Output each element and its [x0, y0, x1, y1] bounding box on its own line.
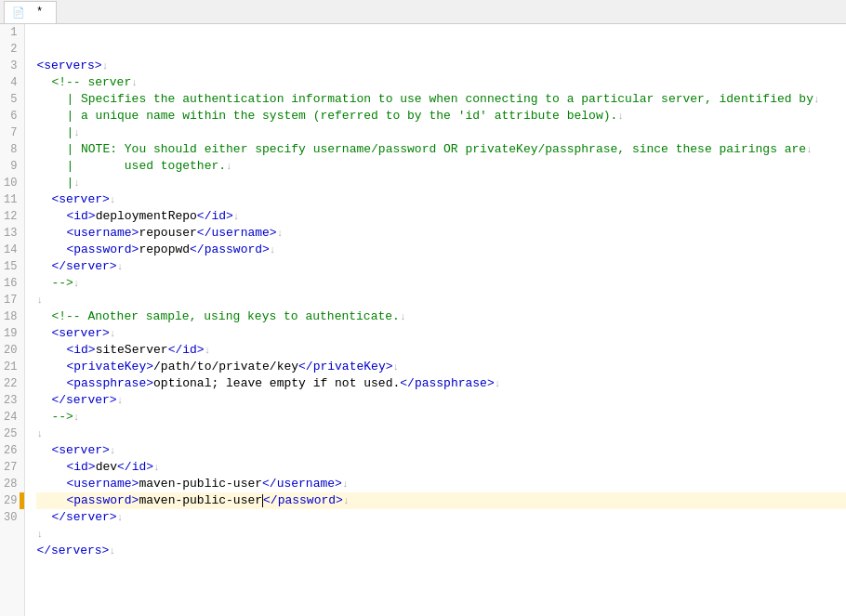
code-line-2: <!-- server↓	[36, 74, 846, 91]
code-line-23: ↓	[36, 426, 846, 442]
code-line-12: <password>repopwd</password>↓	[36, 242, 846, 258]
line-number-20: 20	[4, 342, 17, 359]
line-number-21: 21	[4, 359, 17, 375]
code-line-21: </server>↓	[36, 392, 846, 409]
line-number-13: 13	[4, 225, 17, 242]
tab-settings-xml[interactable]: 📄 *	[4, 1, 57, 23]
code-line-4: | a unique name within the system (refer…	[36, 108, 846, 125]
file-icon: 📄	[12, 7, 25, 19]
line-number-4: 4	[4, 74, 17, 91]
code-line-11: <username>repouser</username>↓	[36, 225, 846, 242]
code-line-18: <id>siteServer</id>↓	[36, 342, 846, 359]
line-number-29: 29	[4, 492, 17, 509]
line-number-18: 18	[4, 308, 17, 325]
code-line-26: <username>maven-public-user</username>↓	[36, 476, 846, 492]
line-number-8: 8	[4, 141, 17, 158]
tab-modified: *	[36, 6, 43, 19]
line-number-9: 9	[4, 158, 17, 175]
line-number-19: 19	[4, 325, 17, 342]
code-line-13: </server>↓	[36, 258, 846, 275]
code-line-10: <id>deploymentRepo</id>↓	[36, 208, 846, 225]
line-number-16: 16	[4, 275, 17, 292]
code-line-24: <server>↓	[36, 442, 846, 459]
line-number-24: 24	[4, 409, 17, 426]
code-line-15: ↓	[36, 292, 846, 308]
line-number-15: 15	[4, 258, 17, 275]
line-numbers: 1234567891011121314151617181920212223242…	[0, 24, 25, 616]
code-line-29: ↓	[36, 526, 846, 543]
editor-area: 1234567891011121314151617181920212223242…	[0, 24, 846, 616]
line-number-30: 30	[4, 509, 17, 526]
line-number-5: 5	[4, 91, 17, 108]
line-number-28: 28	[4, 476, 17, 492]
line-number-1: 1	[4, 24, 17, 41]
line-number-17: 17	[4, 292, 17, 308]
line-number-12: 12	[4, 208, 17, 225]
code-line-8: |↓	[36, 175, 846, 191]
line-number-14: 14	[4, 242, 17, 258]
code-line-1: <servers>↓	[36, 58, 846, 74]
code-line-22: -->↓	[36, 409, 846, 426]
line-number-25: 25	[4, 426, 17, 442]
line-number-11: 11	[4, 191, 17, 208]
code-line-3: | Specifies the authentication informati…	[36, 91, 846, 108]
code-line-19: <privateKey>/path/to/private/key</privat…	[36, 359, 846, 375]
code-line-6: | NOTE: You should either specify userna…	[36, 141, 846, 158]
line-number-6: 6	[4, 108, 17, 125]
code-line-9: <server>↓	[36, 191, 846, 208]
line-number-2: 2	[4, 41, 17, 58]
line-number-10: 10	[4, 175, 17, 191]
code-line-17: <server>↓	[36, 325, 846, 342]
code-line-27: <password>maven-public-user</password>↓	[36, 492, 846, 509]
line-number-27: 27	[4, 459, 17, 476]
line-number-3: 3	[4, 58, 17, 74]
gutter-marker	[20, 492, 24, 509]
code-line-25: <id>dev</id>↓	[36, 459, 846, 476]
line-number-23: 23	[4, 392, 17, 409]
code-content[interactable]: <servers>↓<!-- server↓| Specifies the au…	[25, 24, 846, 616]
code-line-20: <passphrase>optional; leave empty if not…	[36, 375, 846, 392]
code-line-30: </servers>↓	[36, 543, 846, 559]
line-number-22: 22	[4, 375, 17, 392]
code-line-14: -->↓	[36, 275, 846, 292]
code-line-7: | used together.↓	[36, 158, 846, 175]
line-number-7: 7	[4, 125, 17, 141]
code-line-5: |↓	[36, 125, 846, 141]
line-number-26: 26	[4, 442, 17, 459]
code-line-28: </server>↓	[36, 509, 846, 526]
tab-bar: 📄 *	[0, 0, 846, 24]
code-line-16: <!-- Another sample, using keys to authe…	[36, 308, 846, 325]
